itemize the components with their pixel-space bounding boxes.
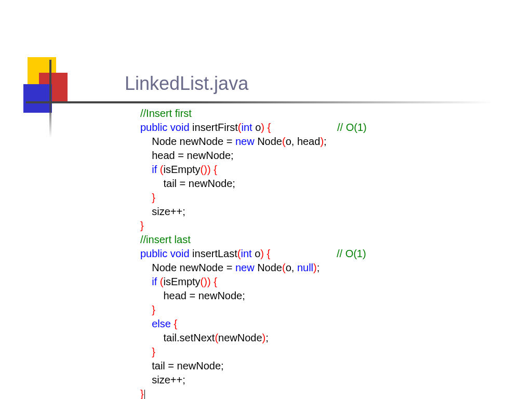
code-text: tail.setNext xyxy=(140,332,215,343)
keyword-if: if xyxy=(140,276,157,287)
keyword-null: null xyxy=(297,262,313,273)
slide: LinkedList.java //Insert first public vo… xyxy=(0,0,532,399)
svg-rect-1 xyxy=(39,73,68,101)
decorative-squares xyxy=(23,57,86,119)
keyword-if: if xyxy=(140,164,157,175)
code-text: Node newNode = xyxy=(140,136,235,147)
keyword-public-void: public void xyxy=(140,122,190,133)
brace-close: } xyxy=(140,192,155,203)
method-name-insert-first: insertFirst xyxy=(190,122,238,133)
paren-close-brace: ()) { xyxy=(201,164,217,175)
code-text: Node newNode = xyxy=(140,262,235,273)
code-text: Node xyxy=(255,262,282,273)
code-text: isEmpty xyxy=(163,276,200,287)
code-text: o, head xyxy=(286,136,321,147)
paren-open: ( xyxy=(238,122,242,133)
keyword-else: else xyxy=(140,318,171,329)
code-block: //Insert first public void insertFirst(i… xyxy=(140,107,367,399)
code-text: head = newNode; xyxy=(140,290,245,301)
comment-insert-first: //Insert first xyxy=(140,108,192,119)
comment-insert-last: //insert last xyxy=(140,234,191,245)
paren-open: ( xyxy=(282,262,286,273)
keyword-new: new xyxy=(235,262,255,273)
code-text: tail = newNode; xyxy=(140,360,224,371)
keyword-new: new xyxy=(235,136,255,147)
brace-close: } xyxy=(140,388,144,399)
code-text: isEmpty xyxy=(163,164,200,175)
semicolon: ; xyxy=(265,332,269,343)
slide-title: LinkedList.java xyxy=(125,73,248,95)
paren-close-brace: ) { xyxy=(261,122,271,133)
code-text: o, xyxy=(286,262,297,273)
vertical-rule xyxy=(49,60,51,138)
code-text: Node xyxy=(255,136,282,147)
keyword-int: int xyxy=(242,122,252,133)
svg-rect-0 xyxy=(28,57,56,86)
param-o: o xyxy=(252,122,261,133)
paren-close-brace: ) { xyxy=(260,248,270,259)
semicolon: ; xyxy=(324,136,327,147)
code-text: head = newNode; xyxy=(140,150,234,161)
code-text: newNode xyxy=(218,332,262,343)
code-text: tail = newNode; xyxy=(140,178,235,189)
comment-o1-b: // O(1) xyxy=(337,248,366,259)
keyword-public-void: public void xyxy=(140,248,190,259)
brace-open: { xyxy=(174,318,177,329)
horizontal-rule xyxy=(26,101,494,103)
brace-close: } xyxy=(140,346,155,357)
code-text: size++; xyxy=(140,206,185,217)
code-text: size++; xyxy=(140,374,185,385)
method-name-insert-last: insertLast xyxy=(190,248,237,259)
paren-close-brace: ()) { xyxy=(201,276,217,287)
keyword-int: int xyxy=(241,248,251,259)
svg-rect-2 xyxy=(23,84,52,113)
paren-open: ( xyxy=(282,136,286,147)
brace-close: } xyxy=(140,304,155,315)
comment-o1-a: // O(1) xyxy=(337,122,367,133)
paren-close: ) xyxy=(313,262,317,273)
param-o: o xyxy=(252,248,261,259)
semicolon: ; xyxy=(317,262,320,273)
brace-close: } xyxy=(140,220,144,231)
text-cursor xyxy=(144,390,145,399)
